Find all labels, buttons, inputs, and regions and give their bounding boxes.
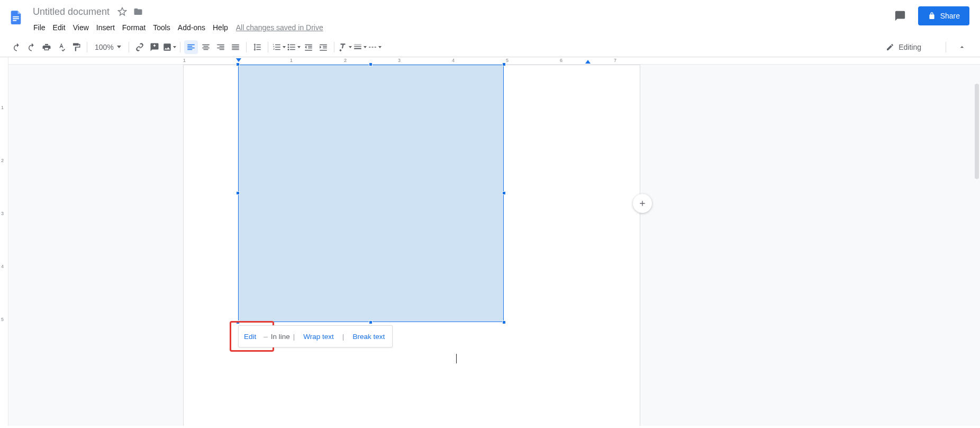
indent-increase-icon[interactable]: [316, 40, 330, 54]
horizontal-ruler: 1 1 2 3 4 5 6 7: [8, 57, 980, 65]
lock-icon: [928, 12, 936, 20]
editing-mode-button[interactable]: Editing: [882, 41, 942, 54]
resize-handle-se[interactable]: [502, 320, 506, 324]
indent-decrease-icon[interactable]: [302, 40, 315, 54]
ctx-edit-button[interactable]: Edit: [239, 333, 261, 341]
hruler-tick: 4: [452, 58, 455, 63]
insert-link-icon[interactable]: [133, 40, 147, 54]
pencil-icon: [886, 43, 894, 51]
hruler-tick: 6: [560, 58, 562, 63]
caret-down-icon: [283, 46, 286, 48]
ctx-wrap-option[interactable]: Wrap text: [298, 333, 339, 341]
menu-edit[interactable]: Edit: [49, 21, 69, 34]
svg-rect-0: [13, 16, 19, 17]
menu-view[interactable]: View: [69, 21, 93, 34]
undo-icon[interactable]: [10, 40, 24, 54]
resize-handle-e[interactable]: [502, 191, 506, 195]
hruler-tick: 3: [398, 58, 401, 63]
ctx-inline-option[interactable]: In line: [270, 333, 290, 341]
caret-down-icon: [173, 46, 176, 48]
docs-logo-icon[interactable]: [6, 4, 25, 30]
hruler-tick: 5: [506, 58, 509, 63]
vruler-tick: 5: [1, 317, 4, 322]
menu-help[interactable]: Help: [209, 21, 232, 34]
border-dash-icon[interactable]: [368, 40, 382, 54]
caret-down-icon: [349, 46, 352, 48]
drawing-fill: [238, 65, 504, 322]
line-spacing-icon[interactable]: [250, 40, 264, 54]
separator: [268, 42, 268, 52]
menubar: File Edit View Insert Format Tools Add-o…: [30, 20, 891, 35]
menu-insert[interactable]: Insert: [93, 21, 119, 34]
print-icon[interactable]: [40, 40, 53, 54]
zoom-select[interactable]: 100%: [93, 43, 123, 51]
resize-handle-nw[interactable]: [236, 63, 240, 66]
separator: [129, 42, 129, 52]
document-title[interactable]: Untitled document: [30, 5, 113, 19]
caret-down-icon: [378, 46, 382, 48]
separator: |: [290, 333, 298, 341]
share-label: Share: [940, 12, 960, 20]
ctx-break-option[interactable]: Break text: [347, 333, 392, 341]
resize-handle-ne[interactable]: [502, 63, 506, 66]
vertical-ruler: 1 2 3 4 5: [0, 57, 8, 426]
align-center-icon[interactable]: [199, 40, 213, 54]
caret-down-icon: [364, 46, 367, 48]
caret-down-icon: [297, 46, 301, 48]
resize-handle-n[interactable]: [369, 63, 373, 66]
toolbar: 100% Editing: [0, 37, 980, 57]
separator: [180, 42, 180, 52]
resize-handle-s[interactable]: [369, 320, 373, 324]
paint-format-icon[interactable]: [69, 40, 83, 54]
insert-image-icon[interactable]: [162, 40, 176, 54]
menu-tools[interactable]: Tools: [149, 21, 174, 34]
svg-rect-1: [13, 18, 19, 19]
explore-fab-icon[interactable]: [633, 194, 652, 213]
align-justify-icon[interactable]: [229, 40, 242, 54]
vertical-scrollbar[interactable]: [975, 84, 979, 179]
vruler-tick: 4: [1, 264, 4, 269]
selected-drawing[interactable]: [238, 65, 504, 322]
separator: |: [339, 333, 348, 341]
star-icon[interactable]: [116, 5, 129, 18]
bulleted-list-icon[interactable]: [287, 40, 301, 54]
share-button[interactable]: Share: [918, 6, 969, 25]
vruler-tick: 3: [1, 211, 4, 216]
spellcheck-icon[interactable]: [55, 40, 68, 54]
separator: [946, 42, 946, 52]
insert-comment-icon[interactable]: [148, 40, 161, 54]
hruler-tick: 1: [183, 58, 186, 63]
left-indent-marker-icon[interactable]: [236, 58, 241, 62]
numbered-list-icon[interactable]: [272, 40, 286, 54]
separator: [246, 42, 247, 52]
right-indent-marker-icon[interactable]: [585, 60, 591, 64]
caret-down-icon: [117, 46, 121, 48]
vruler-tick: 2: [1, 158, 4, 163]
zoom-value: 100%: [95, 43, 114, 51]
hruler-tick: 7: [614, 58, 616, 63]
editing-mode-label: Editing: [899, 43, 921, 51]
vruler-tick: 1: [1, 105, 4, 110]
svg-rect-2: [13, 20, 16, 21]
text-cursor: [456, 354, 457, 363]
save-status[interactable]: All changes saved in Drive: [232, 21, 328, 34]
separator: [87, 42, 87, 52]
separator: –: [261, 333, 270, 341]
hruler-tick: 2: [344, 58, 347, 63]
image-context-toolbar: Edit – In line | Wrap text | Break text: [238, 325, 393, 347]
resize-handle-w[interactable]: [236, 191, 240, 195]
hruler-tick: 1: [290, 58, 293, 63]
align-left-icon[interactable]: [184, 40, 198, 54]
move-folder-icon[interactable]: [132, 5, 144, 18]
menu-addons[interactable]: Add-ons: [174, 21, 209, 34]
border-weight-icon[interactable]: [353, 40, 367, 54]
menu-file[interactable]: File: [30, 21, 49, 34]
redo-icon[interactable]: [25, 40, 39, 54]
menu-format[interactable]: Format: [119, 21, 149, 34]
comments-icon[interactable]: [891, 6, 910, 25]
collapse-toolbar-icon[interactable]: [954, 39, 970, 56]
resize-handle-sw[interactable]: [236, 320, 240, 324]
separator: [334, 42, 334, 52]
align-right-icon[interactable]: [214, 40, 228, 54]
clear-formatting-icon[interactable]: [338, 40, 352, 54]
